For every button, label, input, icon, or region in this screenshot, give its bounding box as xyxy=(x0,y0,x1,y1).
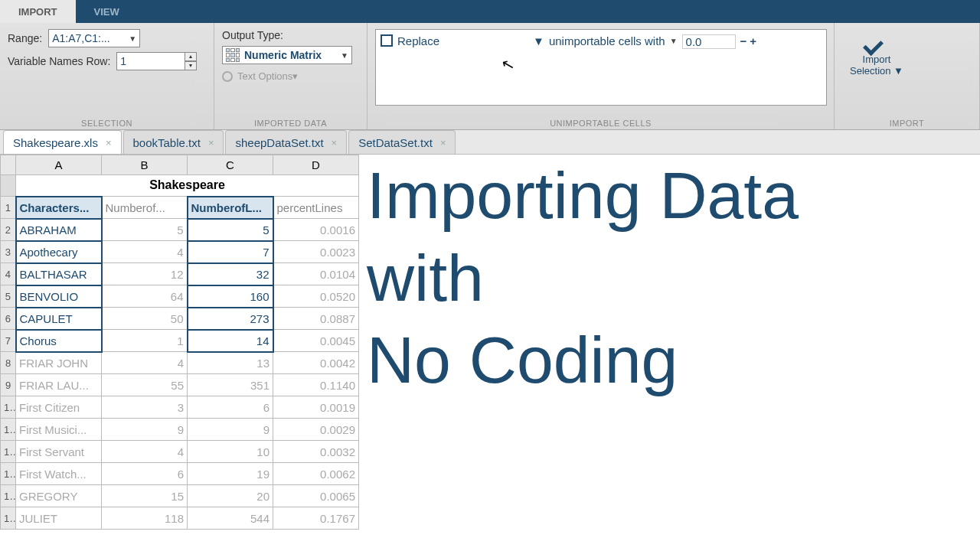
data-cell[interactable]: First Watch... xyxy=(16,463,102,485)
data-cell[interactable]: CAPULET xyxy=(16,308,102,330)
replace-checkbox[interactable] xyxy=(381,34,393,47)
data-cell[interactable]: JULIET xyxy=(16,507,102,530)
data-cell[interactable]: 0.0016 xyxy=(273,219,359,241)
data-cell[interactable]: 64 xyxy=(102,285,188,308)
close-icon[interactable]: × xyxy=(332,137,338,148)
data-cell[interactable]: 1 xyxy=(102,330,188,352)
chevron-down-icon: ▼ xyxy=(533,34,544,47)
varrow-spinner[interactable]: ▴▾ xyxy=(185,52,197,70)
data-cell[interactable]: 273 xyxy=(188,308,273,330)
data-cell[interactable]: 0.0045 xyxy=(273,330,359,352)
data-cell[interactable]: 0.0104 xyxy=(273,263,359,285)
data-cell[interactable]: 5 xyxy=(102,219,188,241)
data-cell[interactable]: 0.0023 xyxy=(273,241,359,263)
data-cell[interactable]: FRIAR JOHN xyxy=(16,352,102,374)
minus-button[interactable]: − xyxy=(740,34,747,47)
data-cell[interactable]: 0.0029 xyxy=(273,419,359,441)
replace-value-input[interactable]: 0.0 xyxy=(682,34,736,49)
data-cell[interactable]: 15 xyxy=(102,485,188,507)
output-type-combo[interactable]: Numeric Matrix ▼ xyxy=(222,46,352,64)
data-cell[interactable]: 0.1140 xyxy=(273,374,359,396)
col-header[interactable]: A xyxy=(16,155,102,175)
data-table[interactable]: ABCD Shakespeare 1Characters...Numberof.… xyxy=(0,155,359,530)
plus-button[interactable]: + xyxy=(750,34,756,47)
overlay-title: Importing Data with No Coding xyxy=(359,155,980,530)
data-cell[interactable]: 4 xyxy=(102,441,188,463)
data-cell[interactable]: Apothecary xyxy=(16,241,102,263)
data-cell[interactable]: 9 xyxy=(188,419,273,441)
cellswith-dropdown[interactable]: unimportable cells with▼ xyxy=(549,34,678,47)
data-cell[interactable]: 0.1767 xyxy=(273,507,359,530)
header-cell[interactable]: percentLines xyxy=(273,197,359,219)
file-tab[interactable]: bookTable.txt× xyxy=(123,130,224,154)
data-cell[interactable]: 12 xyxy=(102,263,188,285)
data-cell[interactable]: ABRAHAM xyxy=(16,219,102,241)
data-cell[interactable]: 9 xyxy=(102,419,188,441)
data-cell[interactable]: First Musici... xyxy=(16,419,102,441)
header-cell[interactable]: Characters... xyxy=(16,197,102,219)
gear-icon xyxy=(222,71,233,82)
col-header[interactable]: C xyxy=(188,155,273,175)
tab-import[interactable]: IMPORT xyxy=(0,0,76,23)
table-title: Shakespeare xyxy=(16,175,359,197)
data-cell[interactable]: 4 xyxy=(102,352,188,374)
corner-cell xyxy=(1,155,16,175)
data-cell[interactable]: FRIAR LAU... xyxy=(16,374,102,396)
ribbon: Range: A1:A7,C1:...▼ Variable Names Row:… xyxy=(0,23,980,130)
data-cell[interactable]: 0.0887 xyxy=(273,308,359,330)
data-cell[interactable]: BALTHASAR xyxy=(16,263,102,285)
data-cell[interactable]: 13 xyxy=(188,352,273,374)
data-cell[interactable]: BENVOLIO xyxy=(16,285,102,308)
data-cell[interactable]: 544 xyxy=(188,507,273,530)
col-header[interactable]: B xyxy=(102,155,188,175)
replace-dropdown[interactable]: Replace xyxy=(397,34,439,47)
file-tab[interactable]: sheepDataSet.txt× xyxy=(225,130,347,154)
close-icon[interactable]: × xyxy=(440,137,446,148)
group-imported: IMPORTED DATA xyxy=(214,119,367,128)
data-cell[interactable]: 20 xyxy=(188,485,273,507)
col-header[interactable]: D xyxy=(273,155,359,175)
data-cell[interactable]: Chorus xyxy=(16,330,102,352)
data-cell[interactable]: 4 xyxy=(102,241,188,263)
data-cell[interactable]: First Servant xyxy=(16,441,102,463)
data-cell[interactable]: 3 xyxy=(102,396,188,419)
output-type-label: Output Type: xyxy=(222,29,359,41)
group-selection: SELECTION xyxy=(0,119,214,128)
data-cell[interactable]: 0.0032 xyxy=(273,441,359,463)
data-cell[interactable]: 6 xyxy=(102,463,188,485)
data-cell[interactable]: 10 xyxy=(188,441,273,463)
data-cell[interactable]: First Citizen xyxy=(16,396,102,419)
data-cell[interactable]: 14 xyxy=(188,330,273,352)
data-cell[interactable]: 50 xyxy=(102,308,188,330)
file-tab[interactable]: SetDataSet.txt× xyxy=(348,130,456,154)
data-cell[interactable]: 5 xyxy=(188,219,273,241)
data-cell[interactable]: 0.0065 xyxy=(273,485,359,507)
main-tabstrip: IMPORT VIEW xyxy=(0,0,980,23)
data-cell[interactable]: GREGORY xyxy=(16,485,102,507)
import-selection-button[interactable]: Import Selection ▼ xyxy=(842,29,911,77)
range-combo[interactable]: A1:A7,C1:...▼ xyxy=(48,29,140,47)
data-cell[interactable]: 0.0520 xyxy=(273,285,359,308)
unimportable-box: Replace ▼ unimportable cells with▼ 0.0 −… xyxy=(375,29,827,106)
data-cell[interactable]: 32 xyxy=(188,263,273,285)
data-cell[interactable]: 6 xyxy=(188,396,273,419)
check-icon xyxy=(863,29,890,51)
data-cell[interactable]: 55 xyxy=(102,374,188,396)
data-cell[interactable]: 7 xyxy=(188,241,273,263)
header-cell[interactable]: NumberofL... xyxy=(188,197,273,219)
data-cell[interactable]: 351 xyxy=(188,374,273,396)
data-cell[interactable]: 0.0019 xyxy=(273,396,359,419)
tab-view[interactable]: VIEW xyxy=(76,0,138,23)
data-cell[interactable]: 0.0042 xyxy=(273,352,359,374)
file-tab[interactable]: Shakespeare.xls× xyxy=(3,130,122,154)
chevron-down-icon: ▼ xyxy=(341,51,348,60)
data-cell[interactable]: 160 xyxy=(188,285,273,308)
data-cell[interactable]: 0.0062 xyxy=(273,463,359,485)
header-cell[interactable]: Numberof... xyxy=(102,197,188,219)
varrow-input[interactable]: 1 xyxy=(116,52,185,70)
close-icon[interactable]: × xyxy=(106,137,112,148)
varrow-label: Variable Names Row: xyxy=(8,55,110,67)
data-cell[interactable]: 118 xyxy=(102,507,188,530)
close-icon[interactable]: × xyxy=(208,137,214,148)
data-cell[interactable]: 19 xyxy=(188,463,273,485)
